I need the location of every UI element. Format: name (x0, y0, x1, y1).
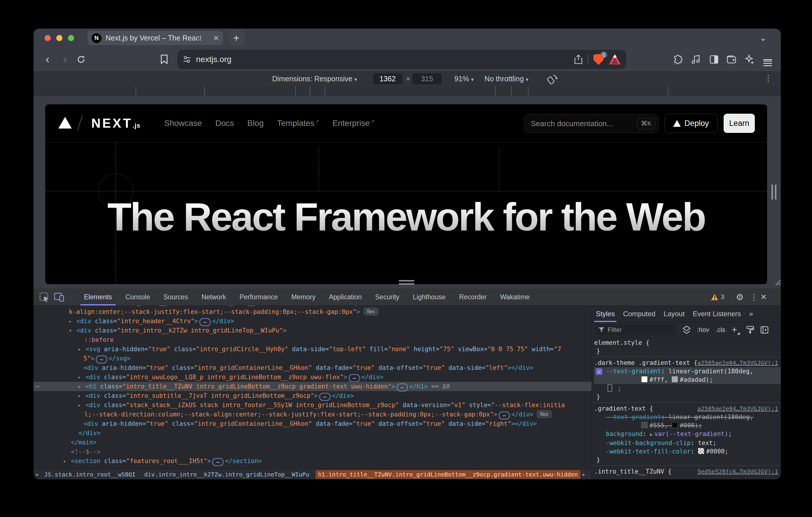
css-declaration[interactable]: background: ▶var(--text-gradient); (594, 430, 781, 439)
filter-input[interactable]: Filter (594, 324, 676, 335)
nextjs-logo[interactable]: NEXT.js (91, 116, 141, 130)
expand-inline-icon[interactable]: … (499, 412, 510, 419)
color-swatch[interactable] (641, 376, 647, 383)
close-window-button[interactable] (45, 35, 51, 41)
css-declaration-empty[interactable]: ; (594, 384, 781, 393)
stylesheet-link[interactable]: a2585ae2e04…Tm3VGJGVj:1 (697, 359, 778, 367)
css-selector[interactable]: .dark-theme .gradient-text (594, 359, 690, 367)
breadcrumb-item[interactable]: h1.intro_title__TZuNV.intro_gridLineBott… (316, 470, 580, 479)
throttling-select[interactable]: No throttling ▾ (485, 74, 528, 83)
stylesheet-link[interactable]: a2585ae2e04…Tm3VGJGVj:1 (697, 404, 778, 413)
dom-tree-row[interactable]: <div aria-hidden="true" class="intro_gri… (33, 363, 591, 372)
css-selector[interactable]: element.style (594, 339, 642, 347)
dom-tree-row[interactable]: ⋯▸<h1 class="intro_title__TZuNV intro_gr… (33, 382, 591, 391)
css-declaration[interactable]: -webkit-text-fill-color: #0000; (594, 447, 781, 456)
devtools-tab-application[interactable]: Application (322, 288, 369, 305)
dom-tree-row[interactable]: ▾<div class="intro_intro__k2TZw intro_gr… (33, 326, 591, 335)
collapse-panel-icon[interactable] (760, 326, 768, 334)
breadcrumb-item[interactable]: JS.stack.intro_root__wSBQI (42, 470, 138, 479)
dom-tree-row[interactable]: <!--$--> (33, 447, 591, 456)
devtools-tab-recorder[interactable]: Recorder (453, 288, 493, 305)
expand-arrow-icon[interactable]: ▸ (78, 372, 81, 382)
extensions-icon[interactable] (671, 48, 685, 71)
zoom-select[interactable]: 91% ▾ (455, 74, 474, 83)
width-input[interactable]: 1362 (373, 73, 402, 84)
site-nav-enterprise[interactable]: Enterprise↗ (332, 119, 375, 128)
share-icon[interactable] (574, 55, 582, 64)
breadcrumb-scroll-left-icon[interactable]: ◀ (35, 472, 38, 477)
corner-resize-handle[interactable] (774, 278, 781, 286)
new-tab-button[interactable]: + (228, 30, 244, 46)
dom-tree-row[interactable]: ▸<div class="intro_subtitle__7jvxT intro… (33, 391, 591, 400)
devtools-tab-security[interactable]: Security (368, 288, 406, 305)
dom-tree-row[interactable]: ▸<div class="intro_uwuLogo__LQ8_p intro_… (33, 372, 591, 382)
devtools-resize-handle[interactable] (399, 280, 414, 286)
site-nav-blog[interactable]: Blog (247, 119, 264, 128)
music-icon[interactable] (689, 48, 703, 71)
flex-badge[interactable]: flex (364, 308, 378, 315)
deploy-button[interactable]: Deploy (664, 114, 718, 133)
styles-tab-layout[interactable]: Layout (660, 305, 689, 322)
expand-arrow-icon[interactable]: ▸ (63, 456, 66, 466)
css-selector[interactable]: .gradient-text (594, 404, 646, 413)
dimensions-select[interactable]: Dimensions: Responsive ▾ (272, 74, 357, 83)
devtools-tab-memory[interactable]: Memory (285, 288, 322, 305)
more-tabs-icon[interactable]: » (745, 305, 757, 322)
styles-tab-computed[interactable]: Computed (619, 305, 660, 322)
color-swatch[interactable] (672, 422, 678, 428)
devtools-tab-console[interactable]: Console (119, 288, 156, 305)
minimize-window-button[interactable] (56, 35, 62, 41)
expand-arrow-icon[interactable]: ▸ (78, 344, 81, 354)
dom-tree-row[interactable]: k-align:center;--stack-justify:flex-star… (33, 307, 591, 316)
device-toolbar-more-icon[interactable]: ⋮ (764, 73, 772, 83)
site-nav-docs[interactable]: Docs (215, 119, 234, 128)
hover-state-button[interactable]: :hov (697, 326, 709, 334)
dom-tree-row[interactable]: l;--stack-direction:column;--stack-align… (33, 410, 591, 419)
color-swatch[interactable] (698, 448, 704, 454)
dom-tree-row[interactable]: </div> (33, 428, 591, 438)
url-text[interactable]: nextjs.org (196, 55, 569, 64)
dom-tree-row[interactable]: ▸<div class="intro_header__4Ctrv">…</div… (33, 316, 591, 326)
zoom-window-button[interactable] (68, 35, 74, 41)
toggle-layers-icon[interactable] (683, 326, 691, 334)
devtools-tab-wakatime[interactable]: Wakatime (493, 288, 536, 305)
reload-button[interactable] (75, 48, 88, 71)
expand-inline-icon[interactable]: … (349, 374, 360, 382)
height-input[interactable]: 315 (412, 73, 442, 84)
new-style-rule-button[interactable]: +◢ (732, 324, 740, 335)
site-settings-icon[interactable] (182, 55, 191, 64)
expand-inline-icon[interactable]: … (96, 356, 107, 363)
breadcrumb-scroll-right-icon[interactable]: ▶ (583, 472, 585, 477)
rotate-device-icon[interactable] (547, 73, 558, 85)
devtools-more-icon[interactable]: ⋮ (750, 288, 758, 305)
toggle-device-toolbar-icon[interactable] (54, 293, 64, 302)
devtools-tab-network[interactable]: Network (195, 288, 233, 305)
color-swatch[interactable] (672, 376, 678, 383)
expand-inline-icon[interactable]: … (200, 318, 210, 326)
expand-arrow-icon[interactable]: ▸ (78, 382, 81, 391)
css-declaration[interactable]: --text-gradient: linear-gradient(180deg,… (594, 413, 781, 430)
css-declaration[interactable]: -webkit-background-clip: text; (594, 439, 781, 447)
color-swatch[interactable] (641, 422, 647, 428)
back-button[interactable]: ‹ (42, 48, 53, 71)
site-nav-showcase[interactable]: Showcase (164, 119, 202, 128)
declaration-checkbox[interactable]: ✓ (596, 368, 602, 375)
close-tab-icon[interactable]: ✕ (213, 34, 219, 42)
vercel-triangle-icon[interactable] (58, 117, 72, 128)
styles-tab-styles[interactable]: Styles (592, 305, 619, 322)
css-selector[interactable]: .intro_title__TZuNV (594, 467, 664, 476)
browser-tab[interactable]: N Next.js by Vercel – The React ✕ (87, 31, 223, 45)
element-classes-button[interactable]: .cls (716, 326, 725, 334)
forward-button[interactable]: › (59, 48, 71, 71)
wallet-icon[interactable] (725, 48, 738, 71)
learn-button[interactable]: Learn (724, 114, 755, 133)
rendering-brush-icon[interactable] (746, 326, 754, 334)
dom-tree-row[interactable]: ▸<section class="features_root___IH5t">…… (33, 456, 591, 466)
breadcrumb-item[interactable]: div.intro_intro__k2TZw.intro_gridLineTop… (142, 470, 312, 479)
devtools-tab-elements[interactable]: Elements (77, 288, 119, 305)
node-more-actions-icon[interactable]: ⋯ (36, 382, 40, 391)
bat-rewards-icon[interactable] (609, 54, 621, 65)
warnings-indicator[interactable]: 3 (711, 288, 724, 305)
dom-tree-row[interactable]: ▸<svg aria-hidden="true" class="intro_gr… (33, 344, 591, 354)
dom-tree-row[interactable]: ::before (33, 335, 591, 344)
